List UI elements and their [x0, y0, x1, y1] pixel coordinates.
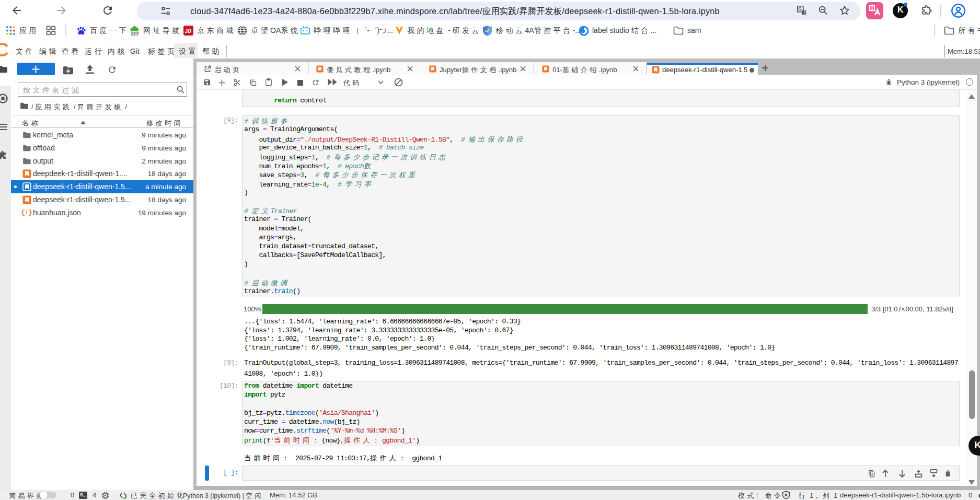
svg-text:G: G: [799, 7, 802, 11]
svg-text:文: 文: [803, 10, 806, 15]
svg-text:45: 45: [135, 31, 139, 35]
